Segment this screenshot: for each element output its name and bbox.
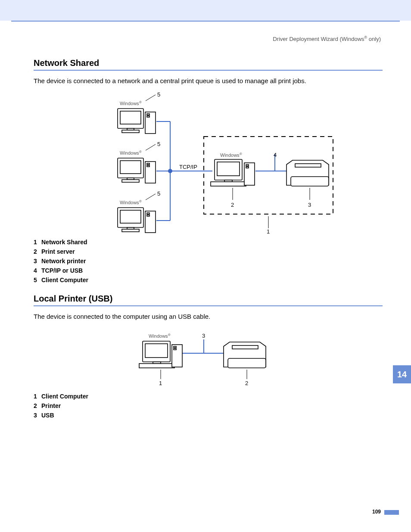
list-item: 4TCP/IP or USB [34,267,383,274]
client-computer-icon [118,109,156,134]
svg-rect-26 [122,229,139,232]
list-item: 2Print server [34,248,383,255]
svg-text:2: 2 [245,380,248,386]
svg-rect-38 [291,177,329,186]
svg-rect-29 [147,215,149,216]
svg-text:1: 1 [267,228,270,233]
section2-body: The device is connected to the computer … [34,312,383,321]
client-computer-icon [118,208,156,233]
svg-text:Windows®: Windows® [220,152,242,158]
svg-text:1: 1 [159,380,162,386]
section1-legend: 1Network Shared 2Print server 3Network p… [34,239,383,283]
header-bar [0,0,411,21]
svg-rect-64 [174,346,176,348]
page-number-bar [384,510,399,515]
breadcrumb-prefix: Driver Deployment Wizard (Windows [273,36,364,42]
svg-rect-65 [174,348,176,350]
svg-text:5: 5 [157,190,160,197]
svg-text:4: 4 [274,152,277,158]
svg-rect-19 [122,180,139,182]
svg-rect-33 [211,182,246,186]
svg-rect-17 [120,161,141,174]
section2-rule [34,305,383,306]
svg-rect-28 [147,213,149,214]
chapter-tab: 14 [393,365,411,383]
svg-rect-12 [122,130,139,133]
list-item: 3Network printer [34,258,383,264]
svg-line-50 [146,194,156,200]
printer-icon [286,160,329,186]
list-item: 1Client Computer [34,393,383,400]
svg-rect-35 [246,165,249,166]
list-item: 5Client Computer [34,277,383,283]
local-printer-diagram: Windows® 3 1 2 [118,327,299,388]
svg-text:2: 2 [231,202,234,208]
page-number: 109 [372,509,381,515]
svg-line-48 [146,144,156,150]
svg-rect-37 [295,164,321,167]
list-item: 2Printer [34,402,383,409]
svg-rect-31 [217,162,240,176]
svg-rect-21 [147,163,149,165]
list-item: 3USB [34,412,383,419]
svg-text:Windows®: Windows® [120,199,142,205]
breadcrumb: Driver Deployment Wizard (Windows® only) [273,35,381,42]
printer-icon [224,342,266,368]
svg-rect-60 [145,344,168,358]
svg-text:3: 3 [308,202,311,208]
svg-rect-15 [147,116,149,117]
svg-rect-36 [246,167,249,168]
client-computer-icon [139,341,182,368]
svg-text:TCP/IP: TCP/IP [179,164,197,170]
section1-title: Network Shared [34,58,383,68]
section2-legend: 1Client Computer 2Printer 3USB [34,393,383,419]
svg-text:3: 3 [202,333,205,339]
svg-text:Windows®: Windows® [149,333,171,339]
svg-text:5: 5 [157,91,160,98]
page: Driver Deployment Wizard (Windows® only)… [0,0,411,532]
svg-rect-14 [147,114,149,115]
svg-text:Windows®: Windows® [120,150,142,156]
client-computer-icon [118,158,156,183]
list-item: 1Network Shared [34,239,383,246]
svg-rect-22 [147,165,149,167]
header-rule [11,21,400,22]
svg-point-6 [168,169,172,173]
svg-text:Windows®: Windows® [120,100,142,106]
breadcrumb-suffix: only) [367,36,381,42]
svg-rect-67 [228,358,266,368]
svg-rect-24 [120,210,141,223]
svg-line-46 [146,95,156,101]
print-server-icon [211,159,255,186]
section2-title: Local Printer (USB) [34,294,383,304]
svg-rect-10 [120,111,141,124]
svg-rect-62 [139,364,174,368]
content: Network Shared The device is connected t… [34,58,383,429]
svg-rect-66 [232,345,258,349]
section1-rule [34,70,383,71]
network-shared-diagram: Windows® Windows® Windows® Windows® 5 5 … [79,91,337,233]
section1-body: The device is connected to a network and… [34,77,383,85]
svg-text:5: 5 [157,141,160,147]
